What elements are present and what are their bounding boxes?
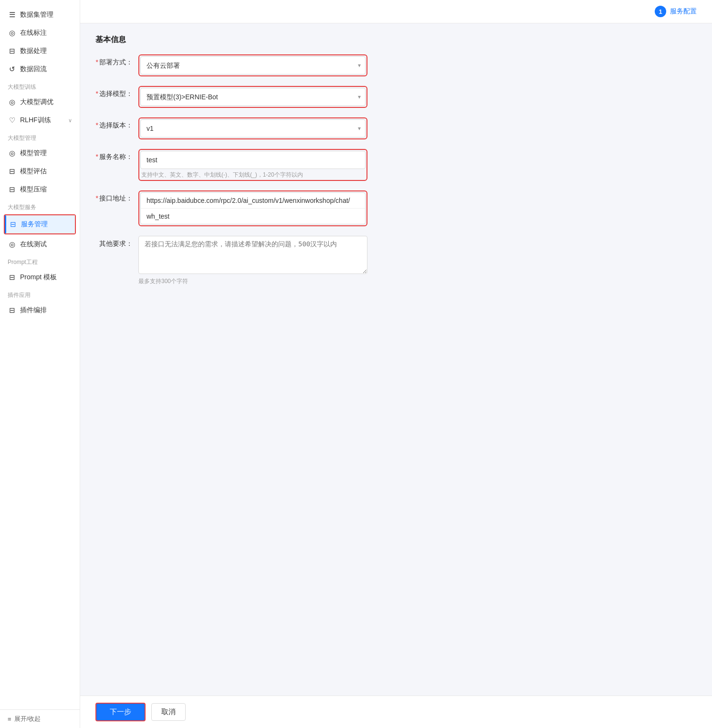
section-title: 基本信息 bbox=[95, 35, 697, 45]
section-label-plugin: 插件应用 bbox=[0, 286, 80, 301]
sidebar-section-online-test: ◎ 在线测试 bbox=[0, 235, 80, 253]
deploy-select-wrapper: 公有云部署私有云部署 ▾ bbox=[140, 56, 366, 74]
sidebar-service-box: ⊟ 服务管理 bbox=[4, 214, 76, 234]
form-group-service-name: *服务名称： 支持中文、英文、数字、中划线(-)、下划线(_)，1-20个字符以… bbox=[95, 149, 697, 181]
model-mgmt-icon: ◎ bbox=[8, 149, 16, 158]
step-circle: 1 bbox=[655, 6, 666, 17]
sidebar-item-label: 插件编排 bbox=[20, 306, 47, 315]
step-label: 服务配置 bbox=[670, 7, 697, 16]
url-line: https://aip.baidubce.com/rpc/2.0/ai_cust… bbox=[141, 193, 365, 209]
other-field-wrapper: 最多支持300个字符 bbox=[138, 236, 367, 285]
steps-bar: 1 服务配置 bbox=[80, 0, 712, 23]
service-name-field-wrapper: 支持中文、英文、数字、中划线(-)、下划线(_)，1-20个字符以内 bbox=[138, 149, 367, 181]
version-select-wrapper: v1v2 ▾ bbox=[140, 119, 366, 137]
processing-icon: ⊟ bbox=[8, 47, 16, 55]
sidebar-section-training: 大模型训练 ◎ 大模型调优 ♡ RLHF训练 ∨ bbox=[0, 78, 80, 129]
sidebar-item-label: 模型管理 bbox=[20, 149, 47, 158]
sidebar-item-data-collection[interactable]: ☰ 数据集管理 bbox=[0, 6, 80, 24]
sidebar-item-model-evaluation[interactable]: ⊟ 模型评估 bbox=[0, 162, 80, 180]
expand-collapse-button[interactable]: ≡ 展开/收起 bbox=[0, 709, 80, 728]
model-label: *选择模型： bbox=[95, 86, 138, 98]
sidebar-item-model-finetune[interactable]: ◎ 大模型调优 bbox=[0, 93, 80, 111]
deploy-select[interactable]: 公有云部署私有云部署 bbox=[140, 56, 366, 74]
sidebar-item-label: 模型评估 bbox=[20, 167, 47, 176]
model-field-wrapper: 预置模型(3)>ERNIE-Bot ▾ bbox=[138, 86, 367, 108]
sidebar-item-label: Prompt 模板 bbox=[20, 273, 57, 282]
online-test-icon: ◎ bbox=[8, 240, 16, 249]
sidebar-section-model-mgmt: 大模型管理 ◎ 模型管理 ⊟ 模型评估 ⊟ 模型压缩 bbox=[0, 129, 80, 199]
sidebar-item-label: 在线标注 bbox=[20, 29, 47, 37]
section-label-service: 大模型服务 bbox=[0, 199, 80, 213]
prompt-icon: ⊟ bbox=[8, 273, 16, 282]
backflow-icon: ↺ bbox=[8, 65, 16, 74]
expand-arrow-icon: ∨ bbox=[68, 117, 72, 124]
api-url-label: *接口地址： bbox=[95, 190, 138, 203]
cancel-button[interactable]: 取消 bbox=[151, 703, 186, 721]
evaluation-icon: ⊟ bbox=[8, 167, 16, 176]
version-select[interactable]: v1v2 bbox=[140, 119, 366, 137]
expand-icon: ≡ bbox=[8, 716, 11, 723]
service-name-input[interactable] bbox=[140, 151, 366, 169]
plugin-icon: ⊟ bbox=[8, 306, 16, 315]
api-url-field-wrapper: https://aip.baidubce.com/rpc/2.0/ai_cust… bbox=[138, 190, 367, 226]
service-name-label: *服务名称： bbox=[95, 149, 138, 161]
database-icon: ☰ bbox=[8, 11, 16, 19]
form-group-api-url: *接口地址： https://aip.baidubce.com/rpc/2.0/… bbox=[95, 190, 697, 226]
url-field-group: https://aip.baidubce.com/rpc/2.0/ai_cust… bbox=[140, 192, 366, 224]
sidebar-item-data-backflow[interactable]: ↺ 数据回流 bbox=[0, 60, 80, 78]
sidebar-item-model-compression[interactable]: ⊟ 模型压缩 bbox=[0, 180, 80, 199]
required-marker: * bbox=[96, 90, 98, 97]
sidebar-section-data: ☰ 数据集管理 ◎ 在线标注 ⊟ 数据处理 ↺ 数据回流 bbox=[0, 6, 80, 78]
sidebar-item-online-test[interactable]: ◎ 在线测试 bbox=[0, 235, 80, 253]
required-marker: * bbox=[96, 58, 98, 66]
finetune-icon: ◎ bbox=[8, 98, 16, 106]
sidebar-item-data-processing[interactable]: ⊟ 数据处理 bbox=[0, 42, 80, 60]
deploy-label: *部署方式： bbox=[95, 54, 138, 67]
form-group-model: *选择模型： 预置模型(3)>ERNIE-Bot ▾ bbox=[95, 86, 697, 108]
version-field-wrapper: v1v2 ▾ bbox=[138, 117, 367, 139]
annotation-icon: ◎ bbox=[8, 29, 16, 37]
other-label: 其他要求： bbox=[95, 236, 138, 248]
sidebar-item-prompt-template[interactable]: ⊟ Prompt 模板 bbox=[0, 268, 80, 286]
main-content: 1 服务配置 基本信息 *部署方式： 公有云部署私有云部署 ▾ *选择模型： bbox=[80, 0, 712, 728]
required-marker: * bbox=[96, 153, 98, 160]
sidebar-nav: ☰ 数据集管理 ◎ 在线标注 ⊟ 数据处理 ↺ 数据回流 大模型训练 ◎ 大模型… bbox=[0, 0, 80, 709]
sidebar-item-model-management[interactable]: ◎ 模型管理 bbox=[0, 144, 80, 162]
sidebar-item-label: 数据处理 bbox=[20, 47, 47, 55]
other-requirements-textarea[interactable] bbox=[138, 236, 367, 274]
sidebar-item-online-annotation[interactable]: ◎ 在线标注 bbox=[0, 24, 80, 42]
sidebar-section-plugin: 插件应用 ⊟ 插件编排 bbox=[0, 286, 80, 319]
sidebar-item-label: 数据回流 bbox=[20, 65, 47, 74]
sidebar-item-service-management[interactable]: ⊟ 服务管理 bbox=[5, 215, 75, 233]
sidebar: ☰ 数据集管理 ◎ 在线标注 ⊟ 数据处理 ↺ 数据回流 大模型训练 ◎ 大模型… bbox=[0, 0, 80, 728]
form-group-other: 其他要求： 最多支持300个字符 bbox=[95, 236, 697, 285]
sidebar-item-label: RLHF训练 bbox=[20, 116, 51, 125]
section-label-training: 大模型训练 bbox=[0, 78, 80, 93]
sidebar-item-plugin-edit[interactable]: ⊟ 插件编排 bbox=[0, 301, 80, 319]
service-name-hint: 支持中文、英文、数字、中划线(-)、下划线(_)，1-20个字符以内 bbox=[140, 171, 366, 179]
version-label: *选择版本： bbox=[95, 117, 138, 130]
step-1: 1 服务配置 bbox=[655, 6, 697, 17]
other-hint: 最多支持300个字符 bbox=[138, 277, 367, 285]
form-group-version: *选择版本： v1v2 ▾ bbox=[95, 117, 697, 139]
deploy-field-wrapper: 公有云部署私有云部署 ▾ bbox=[138, 54, 367, 76]
sidebar-section-service: 大模型服务 ⊟ 服务管理 bbox=[0, 199, 80, 234]
sidebar-item-label: 数据集管理 bbox=[20, 11, 53, 19]
next-button[interactable]: 下一步 bbox=[95, 703, 146, 721]
sidebar-item-label: 在线测试 bbox=[20, 240, 47, 249]
service-mgmt-icon: ⊟ bbox=[9, 220, 17, 229]
sidebar-item-label: 服务管理 bbox=[21, 220, 48, 229]
sidebar-item-label: 模型压缩 bbox=[20, 185, 47, 194]
section-label-model-mgmt: 大模型管理 bbox=[0, 129, 80, 144]
expand-label: 展开/收起 bbox=[14, 715, 41, 723]
footer-bar: 下一步 取消 bbox=[80, 696, 712, 728]
sidebar-section-prompt: Prompt工程 ⊟ Prompt 模板 bbox=[0, 253, 80, 286]
section-label-prompt: Prompt工程 bbox=[0, 253, 80, 268]
required-marker: * bbox=[96, 194, 98, 202]
sidebar-item-rlhf-training[interactable]: ♡ RLHF训练 ∨ bbox=[0, 111, 80, 129]
path-line: wh_test bbox=[141, 209, 365, 224]
rlhf-icon: ♡ bbox=[8, 116, 16, 125]
model-select[interactable]: 预置模型(3)>ERNIE-Bot bbox=[140, 88, 366, 106]
required-marker: * bbox=[96, 121, 98, 129]
sidebar-item-label: 大模型调优 bbox=[20, 98, 53, 106]
